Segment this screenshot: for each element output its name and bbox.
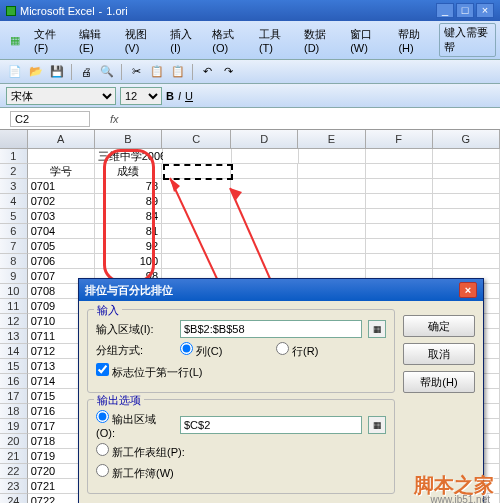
column-header[interactable]: A	[28, 130, 95, 148]
menu-insert[interactable]: 插入(I)	[164, 25, 204, 56]
cell[interactable]: 78	[95, 179, 162, 194]
cell[interactable]: 0706	[28, 254, 95, 269]
cell[interactable]	[162, 179, 231, 194]
menu-view[interactable]: 视图(V)	[119, 25, 163, 56]
font-size-selector[interactable]: 12	[120, 87, 162, 105]
cell[interactable]: 81	[95, 224, 162, 239]
cell[interactable]	[433, 194, 500, 209]
row-header[interactable]: 19	[0, 419, 28, 434]
cell[interactable]: 0701	[28, 179, 95, 194]
cell[interactable]: 0702	[28, 194, 95, 209]
cell[interactable]	[162, 164, 231, 179]
cell[interactable]	[299, 149, 366, 164]
preview-icon[interactable]: 🔍	[98, 63, 116, 81]
cell[interactable]	[231, 194, 298, 209]
menu-data[interactable]: 数据(D)	[298, 25, 342, 56]
help-button[interactable]: 帮助(H)	[403, 371, 475, 393]
row-header[interactable]: 22	[0, 464, 28, 479]
column-header[interactable]: B	[95, 130, 162, 148]
cell[interactable]: 100	[95, 254, 162, 269]
undo-icon[interactable]: ↶	[198, 63, 216, 81]
cell[interactable]: 0703	[28, 209, 95, 224]
row-header[interactable]: 1	[0, 149, 28, 164]
row-header[interactable]: 7	[0, 239, 28, 254]
cell[interactable]	[232, 149, 299, 164]
dialog-titlebar[interactable]: 排位与百分比排位 ×	[79, 279, 483, 301]
row-header[interactable]: 16	[0, 374, 28, 389]
cell[interactable]	[433, 149, 500, 164]
menu-format[interactable]: 格式(O)	[206, 25, 251, 56]
fx-icon[interactable]: fx	[110, 113, 119, 125]
save-icon[interactable]: 💾	[48, 63, 66, 81]
menu-file[interactable]: 文件(F)	[28, 25, 71, 56]
cell[interactable]: 84	[95, 209, 162, 224]
cell[interactable]	[433, 164, 500, 179]
column-header[interactable]: C	[162, 130, 231, 148]
cell[interactable]	[366, 224, 433, 239]
cell[interactable]	[298, 194, 365, 209]
menu-edit[interactable]: 编辑(E)	[73, 25, 117, 56]
cell[interactable]	[231, 239, 298, 254]
print-icon[interactable]: 🖨	[77, 63, 95, 81]
excel-menu-icon[interactable]: ▦	[4, 32, 26, 49]
cell[interactable]	[163, 149, 232, 164]
row-header[interactable]: 14	[0, 344, 28, 359]
row-header[interactable]: 24	[0, 494, 28, 503]
cell[interactable]: 0704	[28, 224, 95, 239]
range-picker-icon[interactable]: ▦	[368, 416, 386, 434]
cell[interactable]: 92	[95, 239, 162, 254]
row-header[interactable]: 17	[0, 389, 28, 404]
help-search-box[interactable]: 键入需要帮	[439, 23, 496, 57]
radio-new-sheet[interactable]: 新工作表组(P):	[96, 443, 185, 460]
cell[interactable]	[298, 224, 365, 239]
cell[interactable]	[433, 239, 500, 254]
maximize-button[interactable]: □	[456, 3, 474, 18]
row-header[interactable]: 4	[0, 194, 28, 209]
cell[interactable]	[433, 179, 500, 194]
cell[interactable]	[162, 224, 231, 239]
cell[interactable]	[162, 239, 231, 254]
cell[interactable]: 0705	[28, 239, 95, 254]
copy-icon[interactable]: 📋	[148, 63, 166, 81]
row-header[interactable]: 6	[0, 224, 28, 239]
cell[interactable]	[162, 209, 231, 224]
column-header[interactable]: F	[366, 130, 433, 148]
row-header[interactable]: 11	[0, 299, 28, 314]
range-picker-icon[interactable]: ▦	[368, 320, 386, 338]
row-header[interactable]: 12	[0, 314, 28, 329]
row-header[interactable]: 9	[0, 269, 28, 284]
cell[interactable]	[433, 254, 500, 269]
cell[interactable]	[298, 239, 365, 254]
italic-icon[interactable]: I	[178, 90, 181, 102]
radio-column[interactable]: 列(C)	[180, 342, 258, 359]
cancel-button[interactable]: 取消	[403, 343, 475, 365]
close-button[interactable]: ×	[476, 3, 494, 18]
cell[interactable]	[231, 209, 298, 224]
underline-icon[interactable]: U	[185, 90, 193, 102]
cell[interactable]	[231, 164, 298, 179]
font-selector[interactable]: 宋体	[6, 87, 116, 105]
paste-icon[interactable]: 📋	[169, 63, 187, 81]
cell[interactable]	[231, 179, 298, 194]
cell[interactable]	[162, 194, 231, 209]
column-header[interactable]: E	[298, 130, 365, 148]
row-header[interactable]: 10	[0, 284, 28, 299]
column-header[interactable]: D	[231, 130, 298, 148]
cut-icon[interactable]: ✂	[127, 63, 145, 81]
new-icon[interactable]: 📄	[6, 63, 24, 81]
minimize-button[interactable]: _	[436, 3, 454, 18]
cell[interactable]	[366, 149, 433, 164]
cell[interactable]	[298, 164, 365, 179]
row-header[interactable]: 3	[0, 179, 28, 194]
cell[interactable]	[298, 209, 365, 224]
cell[interactable]	[366, 194, 433, 209]
cell[interactable]	[366, 164, 433, 179]
row-header[interactable]: 23	[0, 479, 28, 494]
cell[interactable]	[433, 209, 500, 224]
row-header[interactable]: 18	[0, 404, 28, 419]
cell[interactable]	[366, 254, 433, 269]
dialog-close-button[interactable]: ×	[459, 282, 477, 298]
column-header[interactable]: G	[433, 130, 500, 148]
cell[interactable]	[231, 224, 298, 239]
bold-icon[interactable]: B	[166, 90, 174, 102]
